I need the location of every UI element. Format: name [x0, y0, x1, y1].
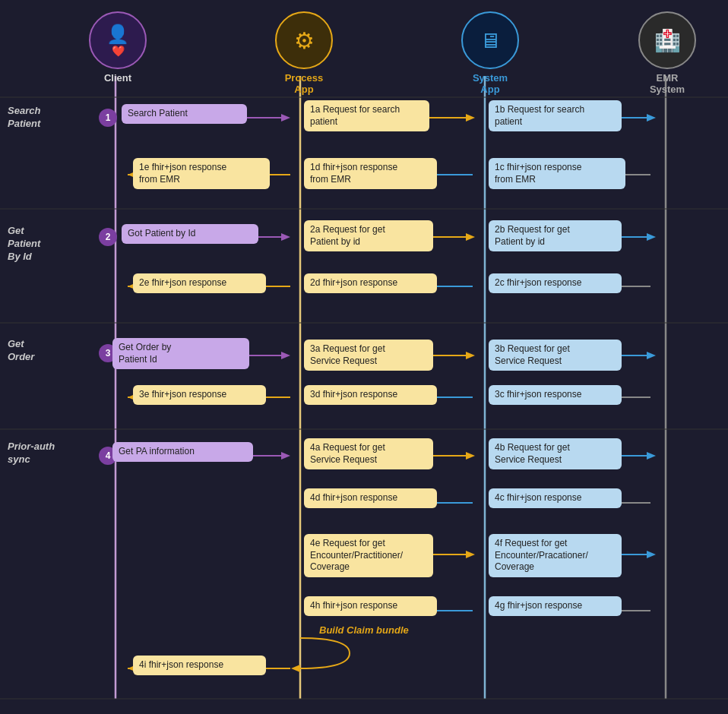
section-getorder: GetOrder	[8, 338, 68, 364]
msg-4g: 4g fhir+json response	[489, 596, 622, 616]
msg-4-client: Get PA information	[112, 442, 253, 462]
section-getpatient: GetPatientBy Id	[8, 225, 68, 264]
svg-marker-10	[281, 114, 290, 122]
msg-1b: 1b Request for searchpatient	[489, 100, 622, 131]
svg-marker-63	[291, 665, 300, 672]
svg-marker-56	[466, 551, 475, 558]
msg-2b: 2b Request for getPatient by id	[489, 220, 622, 251]
svg-marker-58	[647, 551, 656, 558]
section-priorauth: Prior-authsync	[8, 441, 68, 466]
actor-system-label: SystemApp	[473, 72, 508, 95]
actor-system: 🖥 SystemApp	[448, 11, 532, 95]
msg-4i: 4i fhir+json response	[133, 656, 266, 675]
msg-4h: 4h fhir+json response	[304, 596, 437, 616]
diagram-container: 👤 ❤️ Client ⚙ ProcessApp 🖥 SystemApp 🏥 E…	[0, 0, 728, 714]
msg-4f: 4f Request for getEncounter/Pracationer/…	[489, 534, 622, 577]
msg-1d: 1d fhir+json responsefrom EMR	[304, 158, 437, 189]
svg-marker-48	[466, 452, 475, 460]
svg-marker-26	[647, 233, 656, 241]
badge-2: 2	[99, 228, 117, 246]
svg-marker-46	[281, 452, 290, 460]
msg-1a: 1a Request for searchpatient	[304, 100, 429, 131]
msg-4b: 4b Request for getService Request	[489, 438, 622, 469]
msg-2e: 2e fhir+json response	[133, 273, 266, 293]
svg-marker-38	[647, 352, 656, 359]
svg-marker-50	[647, 452, 656, 460]
svg-marker-36	[466, 352, 475, 359]
msg-4a: 4a Request for getService Request	[304, 438, 433, 469]
msg-3b: 3b Request for getService Request	[489, 340, 622, 371]
msg-2c: 2c fhir+json response	[489, 273, 622, 293]
msg-4c: 4c fhir+json response	[489, 488, 622, 508]
svg-marker-22	[281, 233, 290, 241]
actor-client: 👤 ❤️ Client	[76, 11, 160, 84]
msg-3d: 3d fhir+json response	[304, 385, 437, 405]
actor-process-label: ProcessApp	[285, 72, 324, 95]
msg-3a: 3a Request for getService Request	[304, 340, 433, 371]
msg-1e: 1e fhir+json responsefrom EMR	[133, 158, 270, 189]
actor-emr-label: EMRSystem	[650, 72, 685, 95]
svg-marker-14	[647, 114, 656, 122]
msg-4e: 4e Request for getEncounter/Practitioner…	[304, 534, 433, 577]
svg-marker-34	[281, 352, 290, 359]
msg-2d: 2d fhir+json response	[304, 273, 437, 293]
svg-marker-12	[466, 114, 475, 122]
msg-1c: 1c fhir+json responsefrom EMR	[489, 158, 625, 189]
msg-3c: 3c fhir+json response	[489, 385, 622, 405]
badge-1: 1	[99, 109, 117, 127]
actor-emr: 🏥 EMRSystem	[633, 11, 701, 95]
msg-3-client: Get Order byPatient Id	[112, 338, 249, 369]
msg-3e: 3e fhir+json response	[133, 385, 266, 405]
section-search: SearchPatient	[8, 105, 68, 131]
actor-client-label: Client	[104, 72, 131, 84]
build-claim-label: Build Claim bundle	[319, 624, 409, 636]
msg-1-client: Search Patient	[122, 104, 247, 124]
actor-process: ⚙ ProcessApp	[262, 11, 346, 95]
msg-2a: 2a Request for getPatient by id	[304, 220, 433, 251]
msg-4d: 4d fhir+json response	[304, 488, 437, 508]
svg-marker-24	[466, 233, 475, 241]
msg-2-client: Got Patient by Id	[122, 224, 258, 244]
